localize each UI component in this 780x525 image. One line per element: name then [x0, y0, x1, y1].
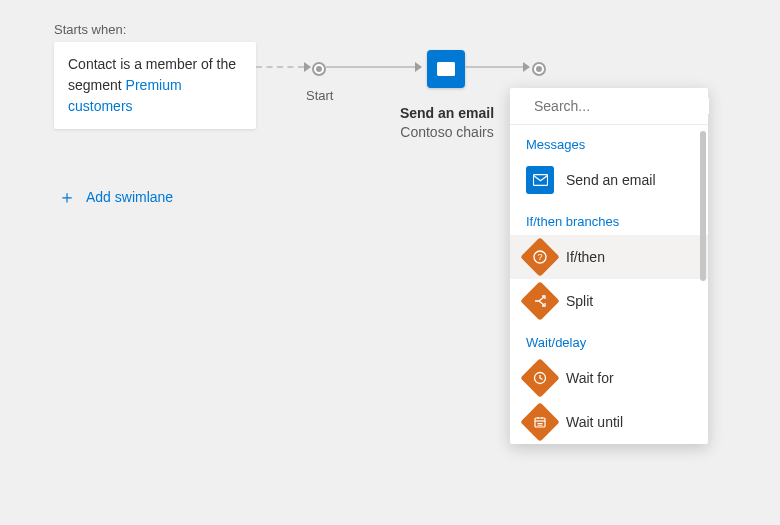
menu-item-wait-for[interactable]: Wait for — [510, 356, 708, 400]
section-header-wait: Wait/delay — [510, 323, 708, 356]
search-row — [510, 88, 708, 125]
trigger-card[interactable]: Contact is a member of the segment Premi… — [54, 42, 256, 129]
send-email-step-label: Send an email Contoso chairs — [397, 104, 497, 142]
menu-item-send-email[interactable]: Send an email — [510, 158, 708, 202]
send-email-title: Send an email — [397, 104, 497, 123]
node-dot-icon — [312, 62, 326, 76]
add-swimlane-button[interactable]: ＋ Add swimlane — [58, 188, 173, 206]
send-email-step[interactable] — [427, 50, 465, 88]
add-action-node[interactable] — [532, 62, 546, 76]
connector-solid-1 — [326, 62, 422, 72]
mail-icon — [437, 62, 455, 76]
connector-solid-2 — [465, 62, 530, 72]
plus-icon: ＋ — [58, 188, 76, 206]
mail-icon — [526, 166, 554, 194]
menu-item-label: Send an email — [566, 172, 656, 188]
arrowhead-icon — [304, 62, 311, 72]
svg-text:?: ? — [537, 252, 542, 262]
scrollbar[interactable] — [700, 131, 706, 281]
start-node[interactable] — [312, 62, 326, 76]
clock-icon — [520, 358, 560, 398]
start-label: Start — [306, 88, 333, 103]
add-action-popover: Messages Send an email If/then branches … — [510, 88, 708, 444]
svg-rect-3 — [533, 175, 547, 186]
menu-item-if-then[interactable]: ? If/then — [510, 235, 708, 279]
section-header-messages: Messages — [510, 125, 708, 158]
arrowhead-icon — [523, 62, 530, 72]
menu-item-label: Split — [566, 293, 593, 309]
menu-item-label: Wait for — [566, 370, 614, 386]
split-icon — [520, 281, 560, 321]
section-header-ifthen: If/then branches — [510, 202, 708, 235]
menu-item-split[interactable]: Split — [510, 279, 708, 323]
add-swimlane-label: Add swimlane — [86, 189, 173, 205]
menu-item-wait-until[interactable]: Wait until — [510, 400, 708, 444]
node-dot-icon — [532, 62, 546, 76]
connector-dashed — [256, 62, 311, 72]
arrowhead-icon — [415, 62, 422, 72]
send-email-subtitle: Contoso chairs — [397, 123, 497, 142]
popover-scroll-area: Messages Send an email If/then branches … — [510, 125, 708, 444]
starts-when-label: Starts when: — [54, 22, 126, 37]
menu-item-label: Wait until — [566, 414, 623, 430]
question-icon: ? — [520, 237, 560, 277]
calendar-icon — [520, 402, 560, 442]
search-input[interactable] — [534, 98, 709, 114]
menu-item-label: If/then — [566, 249, 605, 265]
